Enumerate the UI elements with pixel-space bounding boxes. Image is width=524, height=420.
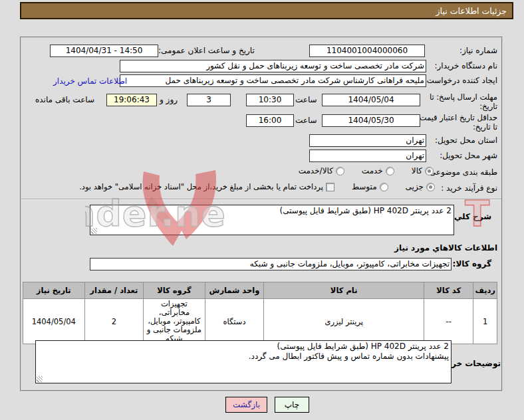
countdown-timer-field: 19:06:43 xyxy=(106,94,157,106)
radio-minor-label: جزیی xyxy=(406,182,424,191)
hours-remaining-label: ساعت باقی مانده xyxy=(35,95,94,105)
col-need-date: تاریخ نیاز xyxy=(23,282,85,299)
need-number-field[interactable]: 1104001004000060 xyxy=(309,45,425,57)
cell-goods-code: -- xyxy=(424,299,473,344)
radio-minor[interactable] xyxy=(426,183,435,191)
goods-table: ردیف کد کالا نام کالا واحد شمارش گروه کا… xyxy=(23,282,497,344)
treasury-checkbox-label: پرداخت تمام یا بخشی از مبلغ خرید،از محل … xyxy=(79,182,323,191)
treasury-checkbox[interactable] xyxy=(326,183,334,191)
section-divider xyxy=(21,199,501,200)
delivery-city-label: شهر محل تحویل: xyxy=(440,151,497,161)
announce-datetime-field[interactable]: 1404/04/31 - 14:50 xyxy=(50,45,158,57)
buyer-notes-textarea[interactable]: 2 عدد پرینتر HP 402D (طبق شرایط فایل پیو… xyxy=(35,340,452,383)
request-creator-field[interactable]: ملیحه فراهانی کارشناس شرکت مادر تخصصی سا… xyxy=(120,74,426,87)
price-validity-time-field[interactable]: 16:00 xyxy=(246,114,294,127)
need-number-label: شماره نیاز: xyxy=(459,46,497,56)
resize-grip-icon[interactable] xyxy=(37,376,43,382)
cell-unit: دستگاه xyxy=(205,299,264,344)
radio-service[interactable] xyxy=(386,167,394,175)
col-goods-code: کد کالا xyxy=(424,282,473,299)
goods-table-header-row: ردیف کد کالا نام کالا واحد شمارش گروه کا… xyxy=(23,282,497,299)
page-title: جزئیات اطلاعات نیاز xyxy=(436,6,507,16)
goods-group-label: گروه کالا: xyxy=(453,259,491,269)
cell-row-no: 1 xyxy=(473,299,497,344)
resize-grip-icon[interactable] xyxy=(91,228,97,234)
subject-class-label: طبقه بندی موضوعی: xyxy=(427,167,497,177)
radio-goods-service-label: کالا/خدمت xyxy=(299,166,333,175)
col-unit: واحد شمارش xyxy=(205,282,264,299)
buyer-org-field[interactable]: شرکت مادر تخصصی ساخت و توسعه زیربناهای ح… xyxy=(120,60,426,72)
radio-goods-label: کالا xyxy=(412,166,422,175)
back-button[interactable]: بازگشت xyxy=(225,397,267,413)
cell-need-date: 1404/05/04 xyxy=(23,299,85,344)
need-description-textarea[interactable]: 2 عدد پرینتر HP 402D (طبق شرایط فایل پیو… xyxy=(90,205,454,235)
radio-goods[interactable] xyxy=(425,167,434,175)
cell-goods-name: پرینتر لیزری xyxy=(264,299,424,344)
col-row-no: ردیف xyxy=(473,282,497,299)
need-details-page: { "page": { "title": "جزئیات اطلاعات نیا… xyxy=(0,0,524,420)
radio-service-label: خدمت xyxy=(362,166,383,175)
reply-deadline-date-field[interactable]: 1404/05/04 xyxy=(322,94,420,106)
price-validity-hour-label: ساعت xyxy=(295,116,317,126)
need-info-panel: شماره نیاز: 1104001004000060 تاریخ و ساع… xyxy=(20,37,503,391)
announce-datetime-label: تاریخ و ساعت اعلان عمومی: xyxy=(158,46,255,56)
col-goods-name: نام کالا xyxy=(264,282,424,299)
delivery-province-label: استان محل تحویل: xyxy=(435,136,497,146)
days-label: روز و xyxy=(160,95,178,105)
subject-class-options: کالا خدمت کالا/خدمت xyxy=(239,166,434,175)
delivery-province-field[interactable]: تهران xyxy=(309,134,426,147)
reply-deadline-hour-label: ساعت xyxy=(295,95,317,105)
reply-deadline-time-field[interactable]: 10:30 xyxy=(246,94,294,106)
price-validity-label: حداقل تاریخ اعتبار قیمت: تا تاریخ: xyxy=(408,113,497,132)
goods-group-field[interactable]: تجهیزات مخابراتی، کامپیوتر، موبایل، ملزو… xyxy=(90,258,452,270)
cell-group: تجهیزات مخابراتی، کامپیوتر، موبایل، ملزو… xyxy=(144,299,205,344)
buyer-contact-link[interactable]: اطلاعات تماس خریدار xyxy=(53,76,127,86)
buyer-org-label: نام دستگاه خریدار: xyxy=(435,61,498,71)
radio-goods-service[interactable] xyxy=(336,167,344,175)
days-remaining-field[interactable]: 3 xyxy=(187,94,231,106)
goods-table-row: 1 -- پرینتر لیزری دستگاه تجهیزات مخابرات… xyxy=(23,299,497,344)
purchase-type-options: جزیی متوسط پرداخت تمام یا بخشی از مبلغ خ… xyxy=(63,182,435,191)
page-title-bar: جزئیات اطلاعات نیاز xyxy=(20,2,513,19)
price-validity-date-field[interactable]: 1404/05/30 xyxy=(322,114,420,127)
print-button[interactable]: چاپ xyxy=(275,397,309,413)
request-creator-label: ایجاد کننده درخواست: xyxy=(424,76,497,86)
reply-deadline-label: مهلت ارسال پاسخ: تا تاریخ: xyxy=(418,92,497,111)
goods-section-title: اطلاعات کالاهاي مورد نیاز xyxy=(394,243,497,253)
cell-quantity: 2 xyxy=(84,299,144,344)
purchase-type-label: نوع فرآیند خرید : xyxy=(441,183,497,193)
col-group: گروه کالا xyxy=(144,282,205,299)
radio-medium[interactable] xyxy=(380,183,388,191)
radio-medium-label: متوسط xyxy=(352,182,377,191)
delivery-city-field[interactable]: تهران xyxy=(309,150,426,162)
col-quantity: تعداد / مقدار xyxy=(84,282,144,299)
